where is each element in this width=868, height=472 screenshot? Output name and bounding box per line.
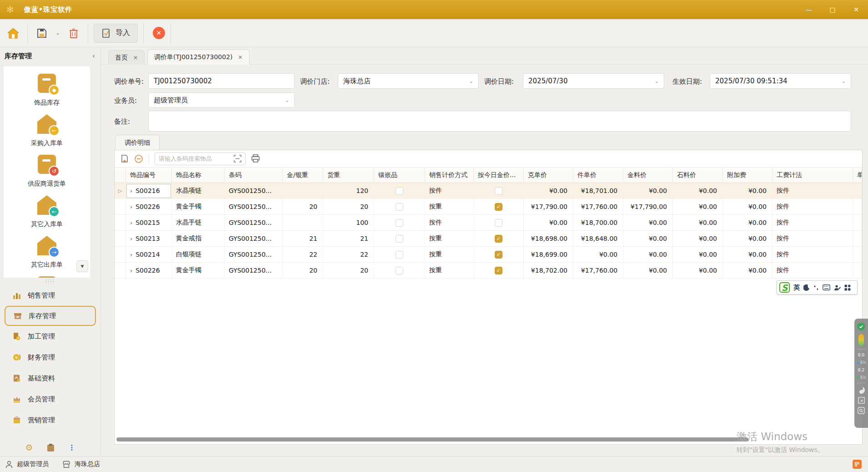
save-button[interactable]: [33, 24, 50, 43]
barcode-scan-icon[interactable]: [234, 155, 241, 162]
save-dropdown-chevron-icon[interactable]: ⌄: [54, 30, 61, 36]
column-header-镶嵌品[interactable]: 镶嵌品: [374, 168, 425, 183]
barcode-search-input[interactable]: 请输入条码搜索饰品: [155, 152, 246, 165]
column-header-按今日金价...[interactable]: 按今日金价...: [474, 168, 524, 183]
sidebar-item-基础资料[interactable]: 基础资料: [0, 368, 100, 389]
inlay-checkbox[interactable]: [396, 235, 403, 243]
column-header-条码[interactable]: 条码: [225, 168, 283, 183]
tray-ime-icon[interactable]: [853, 460, 862, 469]
sidebar-item-财务管理[interactable]: ¥财务管理: [0, 347, 100, 368]
cell-clipped: [853, 199, 862, 214]
cell-name: 白银项链: [172, 247, 225, 262]
column-header-附加费[interactable]: 附加费: [723, 168, 773, 183]
table-row[interactable]: ›S00226黄金手镯GYS001250...2020按重✓¥18,702.00…: [115, 263, 862, 279]
clipboard-icon[interactable]: [47, 443, 55, 452]
print-icon[interactable]: [251, 154, 260, 163]
row-expander-icon[interactable]: ›: [130, 251, 132, 258]
today-gold-price-checkbox[interactable]: ✓: [495, 251, 502, 259]
column-header-克单价[interactable]: 克单价: [524, 168, 573, 183]
today-gold-price-checkbox[interactable]: [495, 219, 502, 227]
column-header-金/银重[interactable]: 金/银重: [283, 168, 323, 183]
row-expander-icon[interactable]: ›: [130, 188, 132, 194]
tab-close-icon[interactable]: ✕: [133, 55, 138, 61]
code-edit-box[interactable]: ›S00216: [126, 184, 171, 198]
inlay-checkbox[interactable]: [396, 187, 403, 195]
table-row[interactable]: ›S00213黄金戒指GYS001250...2121按重✓¥18,698.00…: [115, 231, 862, 247]
today-gold-price-checkbox[interactable]: ✓: [495, 235, 502, 243]
sidebar-shortcut-饰品库存[interactable]: ◆饰品库存: [4, 66, 90, 107]
settings-gear-icon[interactable]: ⚙: [25, 442, 33, 452]
today-gold-price-checkbox[interactable]: [495, 187, 502, 195]
column-header-件单价[interactable]: 件单价: [573, 168, 623, 183]
sidebar-splitter-handle[interactable]: ::::::::: [0, 279, 100, 283]
inlay-checkbox[interactable]: [396, 219, 403, 227]
sogou-logo-icon[interactable]: S: [779, 282, 790, 293]
maximize-button[interactable]: □: [821, 0, 844, 19]
column-header-货重[interactable]: 货重: [323, 168, 374, 183]
tab-adjustment-detail[interactable]: 调价明细: [115, 135, 160, 150]
column-header-饰品名称[interactable]: 饰品名称: [172, 168, 225, 183]
swirl-icon[interactable]: [858, 386, 865, 394]
scrollbar-thumb[interactable]: [116, 437, 748, 442]
sidebar-shortcut-供应商退货单[interactable]: ↺供应商退货单: [4, 147, 90, 188]
keyboard-icon[interactable]: [823, 284, 830, 290]
column-header-工费计法[interactable]: 工费计法: [773, 168, 853, 183]
punctuation-icon[interactable]: [813, 284, 819, 291]
order-no-input[interactable]: TJ001250730002: [148, 73, 295, 89]
sidebar-item-营销管理[interactable]: 营销管理: [0, 410, 100, 431]
home-button[interactable]: [5, 24, 22, 43]
remove-row-icon[interactable]: [134, 154, 143, 163]
search-tool-icon[interactable]: [858, 407, 865, 414]
ime-language-mode[interactable]: 英: [793, 284, 800, 292]
effective-date-select[interactable]: 2025/07/30 09:51:34 ⌄: [710, 73, 851, 89]
sidebar-item-会员管理[interactable]: 会员管理: [0, 389, 100, 410]
tab-close-icon[interactable]: ✕: [238, 54, 243, 61]
today-gold-price-checkbox[interactable]: ✓: [495, 203, 502, 211]
screenshot-icon[interactable]: [858, 397, 865, 404]
table-row[interactable]: ›S00215水晶手链GYS001250...100按件¥0.00¥18,700…: [115, 215, 862, 231]
handwriting-icon[interactable]: [834, 284, 841, 291]
document-tabbar: 首页 ✕ 调价单(TJ001250730002) ✕: [101, 47, 868, 65]
close-document-button[interactable]: ✕: [153, 27, 165, 39]
today-gold-price-checkbox[interactable]: ✓: [495, 267, 502, 274]
row-expander-icon[interactable]: ›: [130, 219, 132, 226]
more-options-kebab-icon[interactable]: ⋮: [68, 443, 75, 452]
row-expander-icon[interactable]: ›: [130, 203, 132, 210]
delete-button[interactable]: [65, 24, 82, 43]
close-button[interactable]: ✕: [844, 0, 868, 19]
salesperson-select[interactable]: 超级管理员 ⌄: [148, 92, 295, 108]
column-header-销售计价方式[interactable]: 销售计价方式: [425, 168, 474, 183]
sidebar-more-button[interactable]: ▼: [76, 260, 88, 272]
column-header-金料价[interactable]: 金料价: [623, 168, 673, 183]
import-button[interactable]: 导入: [94, 24, 138, 43]
tab-home[interactable]: 首页 ✕: [108, 50, 145, 65]
row-expander-icon[interactable]: ›: [130, 267, 132, 274]
security-float-widget[interactable]: 0.0 ▲ K/s 0.2 ▼ K/s: [854, 319, 868, 428]
sidebar-shortcut-其它入库单[interactable]: ←其它入库单: [4, 188, 90, 228]
toolbox-grid-icon[interactable]: [844, 284, 851, 291]
inlay-checkbox[interactable]: [396, 203, 403, 211]
sidebar-shortcut-采购入库单[interactable]: ←采购入库单: [4, 107, 90, 147]
table-row[interactable]: ›S00226黄金手镯GYS001250...2020按重✓¥17,790.00…: [115, 199, 862, 215]
inlay-checkbox[interactable]: [396, 267, 403, 274]
row-expander-icon[interactable]: ›: [130, 235, 132, 242]
table-row[interactable]: ▷›S00216水晶项链GYS001250...120按件¥0.00¥18,70…: [115, 183, 862, 199]
adjust-date-select[interactable]: 2025/07/30 ⌄: [523, 73, 664, 89]
store-select[interactable]: 海珠总店 ⌄: [338, 73, 479, 89]
detail-toolbar: 请输入条码搜索饰品: [115, 150, 862, 167]
minimize-button[interactable]: —: [797, 0, 821, 19]
table-row[interactable]: ›S00214白银项链GYS001250...2222按重✓¥18,699.00…: [115, 247, 862, 263]
moon-icon[interactable]: [803, 284, 810, 291]
sidebar-collapse-icon[interactable]: ‹: [92, 52, 95, 60]
column-header-饰品编号[interactable]: 饰品编号: [126, 168, 172, 183]
column-header-石料价[interactable]: 石料价: [673, 168, 723, 183]
ime-toolbar[interactable]: S 英: [777, 280, 858, 294]
inlay-checkbox[interactable]: [396, 251, 403, 259]
sidebar-item-销售管理[interactable]: 销售管理: [0, 285, 100, 306]
sidebar-item-加工管理[interactable]: 加工管理: [0, 326, 100, 347]
shield-check-icon[interactable]: [858, 323, 865, 331]
tab-price-adjustment[interactable]: 调价单(TJ001250730002) ✕: [147, 49, 250, 65]
add-row-icon[interactable]: [120, 154, 129, 163]
sidebar-item-库存管理[interactable]: 库存管理: [5, 306, 96, 326]
remark-textarea[interactable]: [148, 111, 851, 132]
